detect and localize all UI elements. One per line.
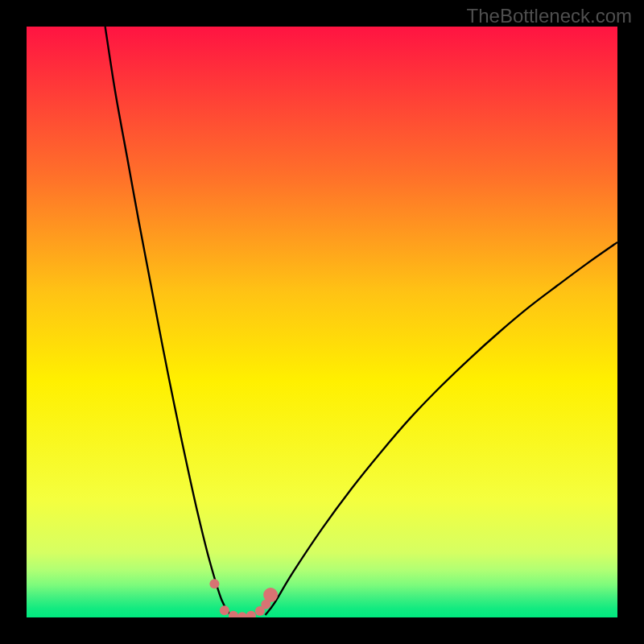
bottleneck-chart: [27, 27, 617, 617]
marker-dot: [220, 605, 229, 615]
watermark-text: TheBottleneck.com: [467, 5, 632, 27]
marker-dot: [209, 579, 219, 588]
plot-area: [27, 27, 617, 617]
outer-frame: TheBottleneck.com: [0, 0, 644, 644]
marker-dot: [263, 588, 278, 602]
